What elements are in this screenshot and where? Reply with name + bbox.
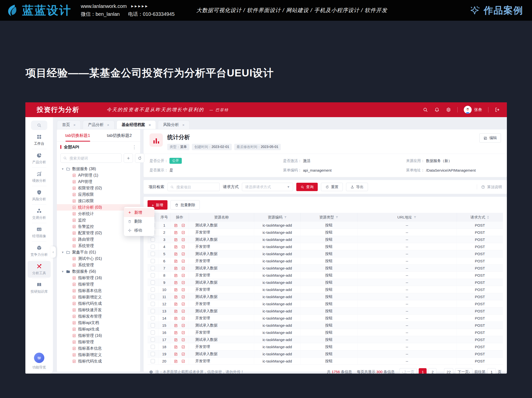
tree-item[interactable]: ▼ 指标基本信息 bbox=[57, 288, 140, 294]
approve-row-icon[interactable] bbox=[181, 281, 185, 285]
refresh-tree-button[interactable] bbox=[135, 153, 144, 163]
edit-row-icon[interactable] bbox=[174, 223, 178, 227]
tree-item[interactable]: ▼ 指标管理 bbox=[57, 281, 140, 288]
tree-item[interactable]: ▼ 指标管理 (16) bbox=[57, 275, 140, 281]
tree-item[interactable]: ▼ 测试中心 (01) bbox=[57, 255, 140, 262]
row-checkbox[interactable] bbox=[151, 295, 155, 299]
tree-item[interactable]: ▼ 指标管理 bbox=[57, 339, 140, 345]
tree-item[interactable]: ▼ 指标api生成 bbox=[57, 326, 140, 332]
tab-fund-manager-archive[interactable]: 基金经理档案 × bbox=[116, 120, 156, 129]
edit-row-icon[interactable] bbox=[174, 316, 178, 320]
approve-row-icon[interactable] bbox=[181, 359, 185, 363]
tab-risk-analysis[interactable]: 风险分析 × bbox=[158, 120, 190, 129]
tree-item[interactable]: ▼ 接口权限 bbox=[57, 198, 140, 204]
close-icon[interactable]: × bbox=[182, 123, 184, 127]
close-icon[interactable]: × bbox=[149, 123, 151, 127]
edit-row-icon[interactable] bbox=[174, 352, 178, 356]
row-checkbox[interactable] bbox=[151, 330, 155, 335]
tree-item[interactable]: ▼ 指标新增定义 bbox=[57, 352, 140, 358]
reset-button[interactable]: 重置 bbox=[321, 183, 343, 191]
tree-item[interactable]: ▼ 应用权限 bbox=[57, 191, 140, 198]
approve-row-icon[interactable] bbox=[181, 316, 185, 320]
method-select[interactable]: 请选择请求方式 ▼ bbox=[242, 183, 293, 191]
row-checkbox[interactable] bbox=[151, 266, 155, 270]
row-checkbox[interactable] bbox=[151, 288, 155, 292]
row-checkbox[interactable] bbox=[151, 252, 155, 256]
tree-item[interactable]: ▼ 数据服务 (38) bbox=[57, 166, 140, 172]
site-logo[interactable]: 蓝蓝设计 bbox=[6, 3, 71, 18]
sidebar-collapse-handle[interactable]: ‹ bbox=[50, 246, 56, 258]
context-menu-move[interactable]: 移动 bbox=[124, 226, 154, 235]
tree-item[interactable]: ▼ 数据服务 (56) bbox=[57, 268, 140, 275]
row-checkbox[interactable] bbox=[151, 245, 155, 249]
approve-row-icon[interactable] bbox=[181, 309, 185, 313]
row-checkbox[interactable] bbox=[151, 273, 155, 277]
tree-item[interactable]: ▼ 指标发布管理 bbox=[57, 313, 140, 320]
batch-delete-button[interactable]: 批量删除 bbox=[170, 200, 200, 210]
row-checkbox[interactable] bbox=[151, 359, 155, 363]
approve-row-icon[interactable] bbox=[181, 223, 185, 227]
approve-row-icon[interactable] bbox=[181, 245, 185, 249]
tree-item[interactable]: ▼ 指标管理 (16) bbox=[57, 332, 140, 339]
portfolio-link[interactable]: 作品案例 bbox=[469, 4, 523, 17]
export-button[interactable]: 导出 bbox=[346, 183, 368, 191]
tab-home[interactable]: 首页 × bbox=[57, 120, 81, 129]
approve-row-icon[interactable] bbox=[181, 259, 185, 263]
edit-row-icon[interactable] bbox=[174, 252, 178, 256]
tree-item[interactable]: ▼ 指标新增定义 bbox=[57, 294, 140, 300]
tree-search-input[interactable] bbox=[69, 156, 119, 161]
edit-row-icon[interactable] bbox=[174, 288, 178, 292]
prev-page-button[interactable]: ‹ 上一页 bbox=[399, 368, 417, 374]
approve-row-icon[interactable] bbox=[181, 273, 185, 277]
sidebar-item-feature-tour[interactable]: 功能导览 bbox=[32, 353, 46, 370]
row-checkbox[interactable] bbox=[151, 280, 155, 285]
filter-funnel-icon[interactable] bbox=[335, 216, 338, 219]
edit-row-icon[interactable] bbox=[174, 238, 178, 242]
approve-row-icon[interactable] bbox=[181, 338, 185, 342]
next-page-button[interactable]: 下一页 › bbox=[455, 368, 472, 374]
row-checkbox[interactable] bbox=[151, 259, 155, 263]
edit-row-icon[interactable] bbox=[174, 359, 178, 363]
edit-row-icon[interactable] bbox=[174, 309, 178, 313]
tree-item[interactable]: ▼ 指标api文档 bbox=[57, 320, 140, 326]
edit-row-icon[interactable] bbox=[174, 345, 178, 349]
edit-row-icon[interactable] bbox=[174, 231, 178, 235]
bell-icon[interactable] bbox=[434, 107, 440, 112]
sidebar-search-button[interactable] bbox=[31, 121, 47, 130]
logout-icon[interactable] bbox=[495, 107, 500, 112]
sidebar-item-risk-analysis[interactable]: 风险分析 bbox=[28, 187, 51, 204]
row-checkbox[interactable] bbox=[151, 309, 155, 313]
sidebar-item-knowledge-base[interactable]: 投研知识库 bbox=[28, 279, 51, 296]
more-vertical-icon[interactable]: ⋮ bbox=[132, 144, 137, 150]
edit-row-icon[interactable] bbox=[174, 295, 178, 299]
sort-icon[interactable] bbox=[487, 216, 489, 219]
edit-row-icon[interactable] bbox=[174, 266, 178, 270]
edit-row-icon[interactable] bbox=[174, 245, 178, 249]
approve-row-icon[interactable] bbox=[181, 238, 185, 242]
approve-row-icon[interactable] bbox=[181, 331, 185, 335]
row-checkbox[interactable] bbox=[151, 345, 155, 349]
approve-row-icon[interactable] bbox=[181, 288, 185, 292]
approve-row-icon[interactable] bbox=[181, 266, 185, 270]
filter-funnel-icon[interactable] bbox=[284, 216, 287, 219]
sidebar-item-performance-analysis[interactable]: 绩效分析 bbox=[28, 168, 51, 185]
sidebar-item-analysis-tools[interactable]: 分析工具 bbox=[28, 261, 51, 278]
edit-row-icon[interactable] bbox=[174, 338, 178, 342]
tree-tab-1[interactable]: tab切换标题1 bbox=[57, 129, 99, 141]
sidebar-item-competitiveness[interactable]: 竞争力分析 bbox=[28, 242, 51, 259]
tree-item[interactable]: ▼ 权限管理 (02) bbox=[57, 185, 140, 191]
tab-product-analysis[interactable]: 产品分析 × bbox=[83, 120, 115, 129]
tree-item[interactable]: ▼ 指标代码生成 bbox=[57, 300, 140, 307]
close-icon[interactable]: × bbox=[107, 123, 109, 127]
edit-row-icon[interactable] bbox=[174, 281, 178, 285]
approve-row-icon[interactable] bbox=[181, 352, 185, 356]
edit-row-icon[interactable] bbox=[174, 273, 178, 277]
page-last-button[interactable]: 22 bbox=[444, 368, 453, 374]
tree-item[interactable]: ▼ 路由管理 bbox=[57, 236, 140, 243]
project-search-input[interactable] bbox=[176, 185, 217, 189]
sidebar-item-trade-analysis[interactable]: 交易分析 bbox=[28, 205, 51, 222]
user-menu[interactable]: 张叁 bbox=[464, 106, 482, 114]
sidebar-item-product-analysis[interactable]: 产品分析 bbox=[28, 150, 51, 167]
page-2-button[interactable]: 2 bbox=[429, 368, 436, 374]
add-node-button[interactable]: ＋ bbox=[124, 153, 133, 163]
